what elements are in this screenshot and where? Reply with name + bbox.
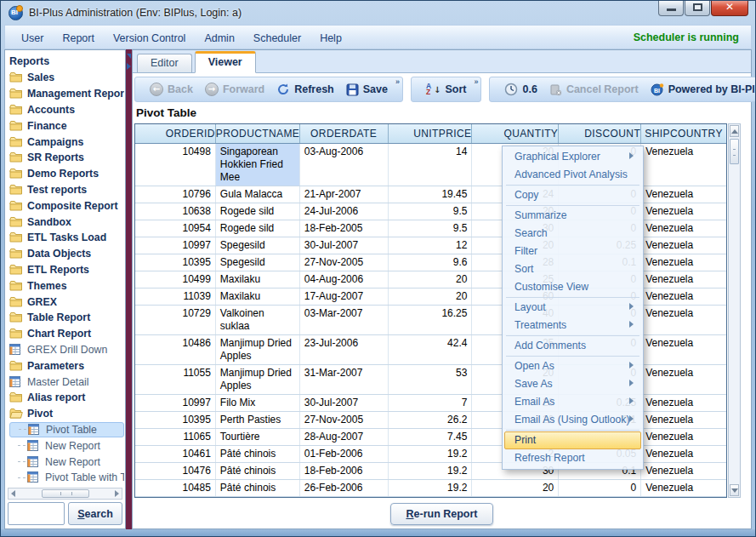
menu-item-treatments[interactable]: Treatments [504, 317, 641, 334]
menubar-item-user[interactable]: User [12, 32, 53, 44]
cell-productname[interactable]: Pâté chinois [216, 480, 300, 496]
sidebar-item-grex[interactable]: GREX [9, 294, 124, 310]
search-input[interactable] [8, 502, 65, 525]
menubar-item-admin[interactable]: Admin [195, 32, 243, 44]
cell-shipcountry[interactable]: Venezuela [641, 220, 726, 237]
splitter-collapse-icon[interactable] [127, 54, 131, 59]
cell-unitprice[interactable]: 12 [389, 237, 473, 254]
menu-item-print[interactable]: Print [504, 431, 641, 449]
sidebar-item-sandbox[interactable]: Sandbox [9, 214, 124, 230]
sidebar-item-sales[interactable]: Sales [9, 70, 124, 86]
menubar-item-scheduler[interactable]: Scheduler [244, 32, 310, 44]
minimize-button[interactable] [658, 0, 684, 16]
sort-button[interactable]: AZ ↓ Sort [420, 83, 473, 95]
sidebar-item-finance[interactable]: Finance [9, 117, 124, 134]
save-button[interactable]: Save [340, 83, 394, 96]
cell-productname[interactable]: Singaporean Hokkien Fried Mee [216, 144, 300, 186]
cell-shipcountry[interactable]: Venezuela [641, 306, 726, 334]
cell-orderid[interactable]: 10499 [135, 271, 216, 288]
scroll-left-icon[interactable] [11, 490, 15, 497]
sidebar-item-etl-reports[interactable]: ETL Reports [9, 262, 124, 278]
cell-orderid[interactable]: 10796 [135, 186, 216, 203]
sidebar-item-grex-drill-down[interactable]: GREX Drill Down [9, 342, 124, 358]
cell-orderid[interactable]: 10729 [135, 306, 216, 334]
menu-item-refresh-report[interactable]: Refresh Report [504, 449, 641, 467]
forward-button[interactable]: → Forward [199, 83, 270, 96]
column-header-orderid[interactable]: ORDERID [135, 124, 216, 143]
cell-shipcountry[interactable]: Venezuela [641, 254, 726, 271]
cell-orderdate[interactable]: 18-Feb-2005 [300, 220, 389, 237]
splitter-expand-icon[interactable] [127, 63, 131, 70]
menu-item-customise-view[interactable]: Customise View [504, 278, 641, 296]
sidebar-item-composite-report[interactable]: Composite Report [9, 197, 124, 214]
cell-orderdate[interactable]: 30-Jul-2007 [300, 237, 389, 254]
sidebar-item-master-detail[interactable]: Master Detail [9, 374, 124, 390]
sidebar-item-campaigns[interactable]: Campaigns [9, 134, 124, 150]
scroll-down-button[interactable] [730, 484, 739, 496]
cell-shipcountry[interactable]: Venezuela [641, 271, 726, 288]
sidebar-item-parameters[interactable]: Parameters [9, 357, 124, 374]
cell-unitprice[interactable]: 19.2 [389, 446, 473, 462]
scrollbar-thumb[interactable] [42, 489, 89, 498]
tab-viewer[interactable]: Viewer [195, 51, 256, 73]
cell-unitprice[interactable]: 20 [389, 271, 473, 288]
sidebar-item-themes[interactable]: Themes [9, 277, 124, 294]
sidebar-item-chart-report[interactable]: Chart Report [9, 326, 124, 342]
toolbar-overflow-icon[interactable]: » [395, 77, 400, 86]
sidebar-item-demo-reports[interactable]: Demo Reports [9, 166, 124, 182]
menubar-item-report[interactable]: Report [53, 32, 104, 44]
cell-shipcountry[interactable]: Venezuela [641, 429, 726, 445]
sidebar-item-data-objects[interactable]: Data Objects [9, 246, 124, 262]
column-header-unitprice[interactable]: UNITPRICE [389, 124, 473, 143]
menu-item-open-as[interactable]: Open As [504, 357, 641, 375]
cell-productname[interactable]: Maxilaku [216, 271, 300, 288]
menu-item-save-as[interactable]: Save As [504, 375, 641, 393]
sidebar-item-pivot-table[interactable]: Pivot Table [9, 422, 124, 438]
menu-item-filter[interactable]: Filter [504, 243, 641, 260]
menu-item-copy[interactable]: Copy [504, 186, 641, 204]
cell-productname[interactable]: Pâté chinois [216, 463, 300, 479]
cell-productname[interactable]: Manjimup Dried Apples [216, 365, 300, 394]
menu-item-email-as[interactable]: Email As [504, 393, 641, 411]
cell-shipcountry[interactable]: Venezuela [641, 446, 726, 462]
cell-shipcountry[interactable]: Venezuela [641, 412, 726, 428]
cell-productname[interactable]: Valkoinen suklaa [216, 306, 300, 334]
cell-orderid[interactable]: 11065 [135, 429, 216, 445]
cell-productname[interactable]: Spegesild [216, 237, 300, 254]
cell-orderid[interactable]: 10954 [135, 220, 216, 237]
cell-orderdate[interactable]: 03-Aug-2006 [300, 144, 389, 186]
menu-item-advanced-pivot-analysis[interactable]: Advanced Pivot Analysis [504, 166, 641, 184]
cell-orderid[interactable]: 10997 [135, 395, 216, 411]
cell-orderdate[interactable]: 01-Feb-2006 [300, 446, 389, 462]
close-button[interactable]: ✕ [711, 0, 748, 16]
cell-productname[interactable]: Rogede sild [216, 220, 300, 237]
cell-orderid[interactable]: 11039 [135, 288, 216, 305]
column-header-shipcountry[interactable]: SHIPCOUNTRY [641, 124, 726, 143]
cell-productname[interactable]: Manjimup Dried Apples [216, 335, 300, 364]
cell-orderdate[interactable]: 31-Mar-2007 [300, 365, 389, 394]
cell-orderdate[interactable]: 24-Jul-2006 [300, 203, 389, 220]
column-header-discount[interactable]: DISCOUNT [559, 124, 641, 143]
cell-orderid[interactable]: 10395 [135, 412, 216, 428]
menu-item-graphical-explorer[interactable]: Graphical Explorer [504, 148, 641, 166]
cell-shipcountry[interactable]: Venezuela [641, 480, 726, 496]
cell-unitprice[interactable]: 19.2 [389, 463, 473, 479]
menu-item-layout[interactable]: Layout [504, 299, 641, 317]
scroll-right-icon[interactable] [115, 490, 119, 497]
sidebar-splitter[interactable] [126, 49, 132, 529]
cell-unitprice[interactable]: 9.6 [389, 254, 473, 271]
cell-orderdate[interactable]: 27-Nov-2005 [300, 412, 389, 428]
cell-orderdate[interactable]: 23-Jul-2006 [300, 335, 389, 364]
cell-productname[interactable]: Tourtière [216, 429, 300, 445]
cell-productname[interactable]: Filo Mix [216, 395, 300, 411]
sidebar-item-accounts[interactable]: Accounts [9, 102, 124, 118]
cell-unitprice[interactable]: 9.5 [389, 220, 473, 237]
menu-item-email-as-using-outlook[interactable]: Email As (Using Outlook) [504, 411, 641, 429]
cell-orderid[interactable]: 10638 [135, 203, 216, 220]
cell-orderdate[interactable]: 04-Aug-2006 [300, 271, 389, 288]
cell-unitprice[interactable]: 19.45 [389, 186, 473, 203]
cell-orderdate[interactable]: 17-Aug-2007 [300, 288, 389, 305]
sidebar-item-pivot[interactable]: Pivot [9, 406, 124, 422]
cell-orderdate[interactable]: 28-Aug-2007 [300, 429, 389, 445]
cell-unitprice[interactable]: 42.4 [389, 335, 473, 364]
